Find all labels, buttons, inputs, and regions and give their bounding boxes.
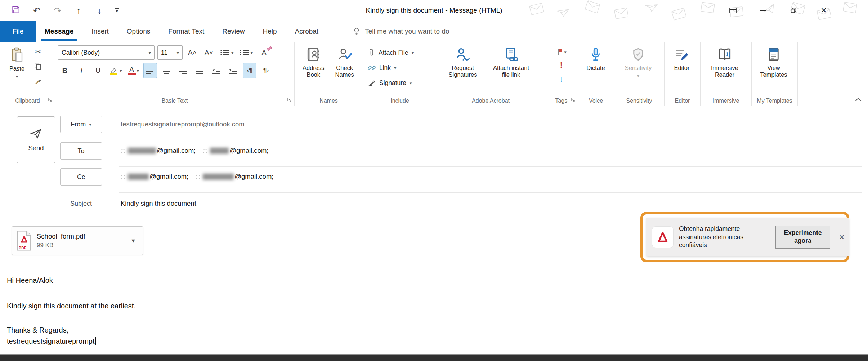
high-importance-icon[interactable]: ! (554, 59, 569, 72)
tab-format-text[interactable]: Format Text (159, 21, 213, 42)
font-row: Calibri (Body) ▾ 11 ▾ A˄ A˅ ▾ (58, 45, 273, 60)
follow-up-flag-icon[interactable]: ▾ (554, 46, 569, 58)
attachment-options-icon[interactable]: ▾ (124, 227, 143, 255)
recipient-email[interactable]: @gmail.com; (203, 173, 273, 181)
attach-file-button[interactable]: Attach File ▾ (366, 46, 415, 59)
clear-formatting-icon[interactable]: A (257, 45, 271, 60)
tab-review[interactable]: Review (213, 21, 254, 42)
immersive-reader-button[interactable]: Immersive Reader (703, 44, 746, 79)
low-importance-icon[interactable]: ↓ (554, 73, 569, 85)
send-button[interactable]: Send (17, 116, 55, 163)
recipient-email[interactable]: @gmail.com; (210, 147, 268, 155)
redacted-recipient-name (128, 148, 156, 154)
message-body[interactable]: Hi Heena/Alok Kindly sign this document … (0, 263, 868, 355)
address-book-button[interactable]: Address Book (297, 44, 329, 79)
tab-options[interactable]: Options (118, 21, 159, 42)
recipient-email[interactable]: @gmail.com; (128, 147, 196, 155)
subject-value[interactable]: Kindly sign this document (121, 200, 196, 208)
grow-font-icon[interactable]: A˄ (185, 45, 199, 60)
align-left-icon[interactable] (143, 63, 157, 78)
increase-indent-icon[interactable] (226, 63, 240, 78)
clipboard-mini-buttons: ✂ (31, 44, 45, 87)
font-color-glyph: A (128, 66, 136, 75)
recipient-chip[interactable]: @gmail.com; (121, 147, 196, 155)
align-center-icon[interactable] (160, 63, 174, 78)
ribbon-group-adobe-acrobat: Request Signatures Attach instant file l… (437, 42, 545, 106)
collapse-ribbon-button[interactable] (855, 97, 862, 103)
request-signatures-button[interactable]: Request Signatures (440, 44, 486, 79)
decrease-indent-icon[interactable] (210, 63, 223, 78)
copy-icon[interactable] (31, 60, 45, 72)
move-up-icon[interactable]: ↑ (73, 6, 84, 15)
check-names-button[interactable]: Check Names (329, 44, 360, 79)
dictate-icon (588, 46, 603, 62)
ribbon-group-include: Attach File ▾ Link ▾ Signature ▾ Include (363, 42, 437, 106)
signature-button[interactable]: Signature ▾ (366, 76, 415, 90)
tell-me-label: Tell me what you want to do (365, 27, 449, 35)
presence-indicator (196, 175, 200, 179)
cc-button[interactable]: Cc (60, 168, 102, 186)
toast-close-icon[interactable]: ✕ (839, 233, 845, 241)
italic-button[interactable]: I (75, 63, 88, 78)
move-down-icon[interactable]: ↓ (94, 6, 105, 15)
body-line: Kindly sign this document at the earlies… (7, 302, 868, 310)
dictate-button[interactable]: Dictate (581, 44, 610, 71)
undo-icon[interactable]: ↶ (31, 6, 42, 15)
redacted-recipient-name (203, 174, 234, 180)
request-signatures-icon (455, 46, 471, 62)
window-popout-icon[interactable] (718, 0, 748, 21)
underline-button[interactable]: U (91, 63, 105, 78)
ribbon: Paste ▾ ✂ Clipboard Calibri (Body) (0, 42, 868, 106)
align-right-icon[interactable] (176, 63, 190, 78)
recipient-email[interactable]: @gmail.com; (128, 173, 188, 181)
shrink-font-icon[interactable]: A˅ (202, 45, 216, 60)
recipient-chip[interactable]: @gmail.com; (196, 173, 273, 181)
view-templates-button[interactable]: View Templates (755, 44, 793, 79)
redo-icon[interactable]: ↷ (52, 6, 63, 15)
bullets-icon[interactable]: ▾ (219, 45, 235, 60)
tell-me-box[interactable]: Tell me what you want to do (353, 21, 449, 42)
recipient-chip[interactable]: @gmail.com; (121, 173, 188, 181)
editor-button[interactable]: Editor (667, 44, 696, 71)
left-to-right-icon[interactable]: ›¶ (243, 63, 256, 78)
cc-recipients[interactable]: @gmail.com; @gmail.com; (121, 173, 273, 181)
recipient-chip[interactable]: @gmail.com; (203, 147, 268, 155)
minimize-button[interactable] (748, 0, 778, 21)
font-color-icon[interactable]: A ▾ (126, 63, 141, 78)
save-icon[interactable] (10, 5, 21, 16)
body-greeting: Hi Heena/Alok (7, 276, 868, 285)
from-button[interactable]: From ▾ (60, 116, 102, 133)
link-button[interactable]: Link ▾ (366, 61, 415, 75)
cut-icon[interactable]: ✂ (31, 46, 45, 58)
format-painter-icon[interactable] (31, 75, 45, 87)
presence-indicator (121, 175, 125, 179)
attach-instant-file-link-icon (503, 46, 519, 62)
bold-button[interactable]: B (58, 63, 72, 78)
paste-button[interactable]: Paste ▾ (3, 44, 31, 79)
clipboard-group-label: Clipboard (0, 98, 55, 104)
to-recipients[interactable]: @gmail.com; @gmail.com; (121, 147, 268, 155)
tab-message[interactable]: Message (36, 21, 82, 42)
tab-insert[interactable]: Insert (82, 21, 118, 42)
font-name-combo[interactable]: Calibri (Body) ▾ (58, 45, 155, 60)
to-button[interactable]: To (60, 142, 102, 160)
basic-text-dialog-launcher-icon[interactable] (287, 97, 292, 103)
numbering-icon[interactable]: ▾ (238, 45, 255, 60)
font-size-combo[interactable]: 11 ▾ (157, 45, 183, 60)
send-label: Send (28, 144, 44, 152)
attachment-chip[interactable]: PDF School_form.pdf 99 KB ▾ (12, 226, 143, 255)
close-button[interactable]: ✕ (809, 0, 839, 21)
text-highlight-icon[interactable]: ▾ (108, 63, 124, 78)
clipboard-dialog-launcher-icon[interactable] (48, 97, 52, 103)
customize-quick-access-icon[interactable]: ▾ (115, 8, 119, 13)
tab-file[interactable]: File (0, 21, 36, 42)
tags-dialog-launcher-icon[interactable] (571, 97, 575, 103)
sensitivity-button[interactable]: Sensitivity ▾ (617, 44, 659, 78)
restore-button[interactable] (778, 0, 809, 21)
try-now-button[interactable]: Experimente agora (775, 226, 830, 249)
attach-instant-file-link-button[interactable]: Attach instant file link (486, 44, 536, 79)
right-to-left-icon[interactable]: ¶‹ (259, 63, 273, 78)
tab-acrobat[interactable]: Acrobat (286, 21, 327, 42)
tab-help[interactable]: Help (254, 21, 286, 42)
justify-icon[interactable] (193, 63, 207, 78)
